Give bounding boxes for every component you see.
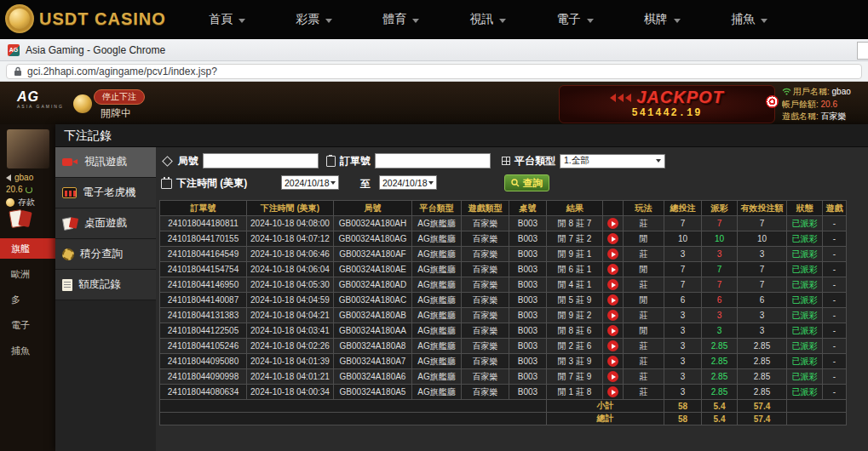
modal-menu: 視訊遊戲 電子老虎機 桌面遊戲 積分查詢 額度記錄	[55, 147, 156, 300]
column-header: 遊戲類型	[462, 201, 509, 216]
time-filter-label: 下注時間 (美東)	[176, 176, 247, 191]
refresh-icon[interactable]	[26, 186, 32, 193]
summary-valid: 57.4	[738, 400, 787, 413]
nav-item[interactable]: 電子	[557, 12, 594, 27]
site-logo-text: USDT CASINO	[39, 9, 166, 29]
nav-item[interactable]: 棋牌	[644, 12, 681, 27]
cell-platform: AG旗艦廳	[412, 339, 462, 354]
cell-status: 已派彩	[787, 216, 823, 231]
cell-order: 241018044164549	[160, 247, 247, 262]
cell-status: 已派彩	[787, 339, 823, 354]
nav-item[interactable]: 首頁	[209, 12, 245, 27]
stop-bet-button[interactable]: 停止下注	[94, 89, 145, 105]
dropdown-arrow-icon	[428, 181, 434, 185]
game-topbar: AG ASIA GAMING 停止下注 開牌中 JACKPOT 541442.1…	[0, 82, 868, 124]
column-header: 結果	[547, 201, 603, 216]
cell-order: 241018044180811	[160, 216, 247, 231]
replay-button[interactable]	[607, 325, 618, 336]
summary-bet: 58	[664, 400, 702, 413]
cell-play-method: 莊	[624, 216, 664, 231]
cell-table-no: B003	[509, 339, 547, 354]
cell-play-method: 莊	[624, 247, 664, 262]
replay-button[interactable]	[607, 233, 618, 244]
cell-payout: 7	[702, 262, 738, 277]
lobby-tab[interactable]: 旗艦	[0, 238, 55, 259]
url-field[interactable]: gci.2hhapi.com/agingame/pcv1/index.jsp?	[6, 64, 862, 79]
nav-item[interactable]: 彩票	[296, 12, 332, 27]
cell-table-no: B003	[509, 369, 547, 385]
user-name-line: 用戶名稱: gbao	[782, 86, 868, 99]
cell-platform: AG旗艦廳	[412, 354, 462, 369]
summary-cell	[787, 413, 847, 425]
summary-cell	[787, 400, 847, 413]
replay-button[interactable]	[607, 386, 618, 397]
cell-replay	[603, 277, 624, 293]
modal-menu-item[interactable]: 桌面遊戲	[55, 208, 156, 239]
cell-game-type: 百家樂	[462, 323, 509, 339]
lobby-tab[interactable]: 歐洲	[0, 264, 55, 284]
column-header: 局號	[334, 201, 412, 216]
table-footer: 小計585.457.4總計585.457.4	[160, 400, 847, 425]
modal-menu-item[interactable]: 視訊遊戲	[55, 147, 156, 178]
replay-button[interactable]	[607, 294, 618, 305]
table-row: 2410180440950802024-10-18 04:01:39GB0032…	[160, 354, 847, 369]
platform-select[interactable]: 1.全部	[560, 154, 665, 168]
cell-payout: 7	[702, 277, 738, 293]
lobby-left-strip: gbao 20.6 存款 旗艦歐洲多電子捕魚	[0, 124, 55, 451]
replay-button[interactable]	[607, 218, 618, 229]
avatar	[7, 129, 49, 168]
site-logo: USDT CASINO	[5, 4, 166, 33]
replay-button[interactable]	[607, 340, 618, 351]
site-header: USDT CASINO 首頁 彩票 體育 視訊 電子 棋牌 捕魚	[0, 0, 868, 39]
date-to-picker[interactable]: 2024/10/18	[379, 175, 437, 190]
deposit-link[interactable]: 存款	[6, 197, 35, 208]
cell-status: 已派彩	[787, 354, 823, 369]
table-row: 2410180441701552024-10-18 04:07:12GB0032…	[160, 231, 847, 247]
table-row: 2410180440806342024-10-18 04:00:34GB0032…	[160, 385, 847, 400]
modal-menu-item[interactable]: 電子老虎機	[55, 178, 156, 208]
nav-item-label: 視訊	[469, 12, 493, 27]
cell-time: 2024-10-18 04:03:41	[247, 323, 334, 339]
diamond-icon	[162, 156, 173, 167]
nav-item[interactable]: 視訊	[469, 12, 506, 27]
replay-button[interactable]	[607, 356, 618, 367]
modal-menu-item[interactable]: 額度記錄	[55, 270, 156, 300]
cell-valid-bet: 2.85	[738, 354, 787, 369]
replay-button[interactable]	[607, 264, 618, 275]
cell-table-no: B003	[509, 231, 547, 247]
modal-menu-item[interactable]: 積分查詢	[55, 239, 156, 270]
nav-item[interactable]: 捕魚	[731, 12, 767, 27]
replay-button[interactable]	[607, 310, 618, 321]
search-button[interactable]: 查詢	[504, 174, 549, 191]
replay-button[interactable]	[607, 279, 618, 290]
order-input[interactable]	[375, 153, 491, 168]
round-input[interactable]	[203, 153, 319, 168]
cell-valid-bet: 10	[738, 231, 787, 247]
game-page: AG ASIA GAMING 停止下注 開牌中 JACKPOT 541442.1…	[0, 82, 868, 451]
date-from-picker[interactable]: 2024/10/18	[281, 175, 339, 190]
summary-row: 小計585.457.4	[160, 400, 847, 413]
table-row: 2410180441645492024-10-18 04:06:46GB0032…	[160, 247, 847, 262]
replay-button[interactable]	[607, 248, 618, 260]
cell-extra: -	[823, 247, 847, 262]
nav-item[interactable]: 體育	[382, 12, 419, 27]
cell-result: 閒 1 莊 8	[547, 385, 603, 400]
cell-platform: AG旗艦廳	[412, 247, 462, 262]
cell-total-bet: 3	[664, 247, 702, 262]
cell-order: 241018044122505	[160, 323, 247, 339]
lobby-tab[interactable]: 電子	[0, 315, 55, 335]
cell-play-method: 閒	[624, 262, 664, 277]
cell-extra: -	[823, 369, 847, 385]
cell-valid-bet: 2.85	[738, 369, 787, 385]
cell-extra: -	[823, 323, 847, 339]
cell-status: 已派彩	[787, 385, 823, 400]
cell-round: GB00324A180A6	[334, 369, 412, 385]
replay-button[interactable]	[607, 371, 618, 382]
cell-total-bet: 10	[664, 231, 702, 247]
lobby-tab[interactable]: 多	[0, 289, 55, 310]
lobby-tab[interactable]: 捕魚	[0, 340, 55, 361]
cell-extra: -	[823, 231, 847, 247]
jackpot-panel: JACKPOT 541442.19	[559, 85, 775, 123]
cell-round: GB00324A180AA	[334, 323, 412, 339]
chevron-down-icon	[674, 19, 681, 23]
